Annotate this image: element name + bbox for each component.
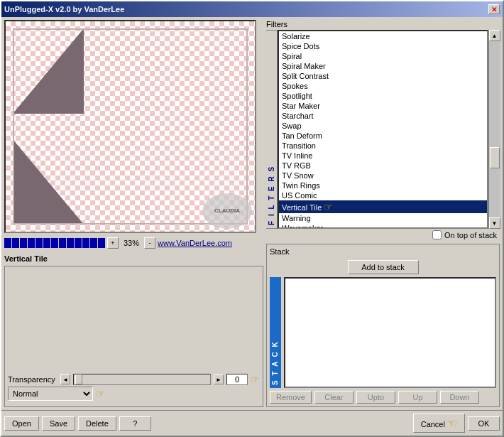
zoom-block-4 bbox=[28, 238, 35, 248]
left-panel: CLAUDIA bbox=[4, 20, 263, 407]
blend-mode-arrow-icon: ☞ bbox=[96, 388, 105, 399]
zoom-bar: + 33% - www.VanDerLee.com bbox=[4, 236, 263, 250]
zoom-block-8 bbox=[59, 238, 66, 248]
on-top-row: On top of stack bbox=[266, 229, 500, 241]
filter-item[interactable]: Spokes bbox=[279, 81, 487, 91]
filter-item[interactable]: Spotlight bbox=[279, 91, 487, 101]
down-button[interactable]: Down bbox=[440, 391, 479, 404]
slider-right-arrow[interactable]: ► bbox=[214, 374, 224, 384]
filter-item[interactable]: Starchart bbox=[279, 111, 487, 121]
open-button[interactable]: Open bbox=[4, 416, 39, 431]
stack-section: Stack Add to stack S T A C K Remove Clea… bbox=[266, 244, 500, 407]
filter-item[interactable]: Swap bbox=[279, 121, 487, 131]
main-content: CLAUDIA bbox=[1, 17, 503, 410]
filter-item[interactable]: Transition bbox=[279, 141, 487, 151]
close-button[interactable]: ✕ bbox=[488, 4, 500, 14]
slider-left-arrow[interactable]: ◄ bbox=[60, 374, 70, 384]
zoom-block-2 bbox=[12, 238, 19, 248]
bottom-buttons: Open Save Delete ? Cancel ☞ OK bbox=[1, 410, 503, 436]
main-window: UnPlugged-X v2.0 by VanDerLee ✕ CLAUDIA bbox=[0, 0, 504, 437]
filter-item[interactable]: US Comic bbox=[279, 190, 487, 200]
filter-item[interactable]: Solarize bbox=[279, 31, 487, 41]
watermark-text: CLAUDIA bbox=[214, 207, 240, 215]
zoom-block-7 bbox=[51, 238, 58, 248]
remove-button[interactable]: Remove bbox=[270, 391, 312, 404]
stack-side-label: S T A C K bbox=[270, 277, 281, 388]
filter-item[interactable]: TV Snow bbox=[279, 171, 487, 180]
zoom-in-button[interactable]: + bbox=[107, 237, 119, 249]
scroll-down-btn[interactable]: ▼ bbox=[489, 217, 500, 229]
stack-list[interactable] bbox=[284, 277, 496, 388]
transparency-slider-thumb[interactable] bbox=[75, 374, 82, 384]
transparency-slider-track[interactable] bbox=[73, 374, 211, 385]
zoom-block-9 bbox=[67, 238, 74, 248]
filters-section-label: Filters bbox=[266, 20, 500, 28]
filter-item[interactable]: Twin Rings bbox=[279, 180, 487, 190]
clear-button[interactable]: Clear bbox=[314, 391, 354, 404]
save-button[interactable]: Save bbox=[42, 416, 75, 431]
zoom-block-12 bbox=[90, 238, 97, 248]
blend-mode-select[interactable]: Normal bbox=[8, 387, 93, 401]
window-title: UnPlugged-X v2.0 by VanDerLee bbox=[4, 5, 124, 14]
active-filter-name: Vertical Tile bbox=[4, 254, 263, 263]
params-panel: Transparency ◄ ► ☞ Normal ☞ bbox=[4, 266, 263, 407]
transparency-label: Transparency bbox=[8, 375, 57, 384]
zoom-block-13 bbox=[98, 238, 105, 248]
cancel-cursor-icon: ☞ bbox=[447, 416, 457, 430]
filter-item[interactable]: TV RGB bbox=[279, 161, 487, 171]
filter-item[interactable]: Wavemaker bbox=[279, 223, 487, 229]
filter-item[interactable]: Warning bbox=[279, 213, 487, 223]
zoom-block-1 bbox=[4, 238, 11, 248]
blend-mode-row: Normal ☞ bbox=[8, 387, 260, 401]
up-button[interactable]: Up bbox=[398, 391, 437, 404]
stack-buttons-row: Remove Clear Upto Up Down bbox=[270, 391, 496, 404]
ok-button[interactable]: OK bbox=[468, 416, 500, 431]
delete-button[interactable]: Delete bbox=[78, 416, 116, 431]
filter-item[interactable]: Split Contrast bbox=[279, 71, 487, 81]
transparency-arrow-icon: ☞ bbox=[251, 374, 260, 385]
add-to-stack-button[interactable]: Add to stack bbox=[348, 260, 419, 274]
filter-item[interactable]: Vertical Tile ☞ bbox=[279, 200, 487, 213]
filter-item[interactable]: Spiral bbox=[279, 51, 487, 61]
filter-item[interactable]: Spiral Maker bbox=[279, 61, 487, 71]
stack-section-label: Stack bbox=[270, 247, 496, 256]
title-bar: UnPlugged-X v2.0 by VanDerLee ✕ bbox=[1, 1, 503, 17]
zoom-block-6 bbox=[43, 238, 50, 248]
on-top-checkbox[interactable] bbox=[432, 230, 442, 239]
zoom-block-10 bbox=[75, 238, 82, 248]
filters-list[interactable]: SolarizeSpice DotsSpiralSpiral MakerSpli… bbox=[278, 30, 488, 229]
watermark: CLAUDIA bbox=[202, 193, 252, 229]
filter-item[interactable]: TV Inline bbox=[279, 151, 487, 161]
transparency-row: Transparency ◄ ► ☞ bbox=[8, 374, 260, 385]
stack-area: S T A C K bbox=[270, 277, 496, 388]
on-top-label: On top of stack bbox=[444, 231, 497, 239]
filter-item[interactable]: Spice Dots bbox=[279, 41, 487, 51]
zoom-block-11 bbox=[82, 238, 89, 248]
cancel-label: Cancel bbox=[421, 420, 445, 428]
preview-area: CLAUDIA bbox=[4, 20, 256, 233]
zoom-out-button[interactable]: - bbox=[144, 237, 155, 249]
filters-container: F I L T E R S SolarizeSpice DotsSpiralSp… bbox=[266, 30, 500, 229]
filters-side-label: F I L T E R S bbox=[266, 30, 278, 229]
zoom-block-5 bbox=[35, 238, 43, 248]
filters-section: Filters F I L T E R S SolarizeSpice Dots… bbox=[266, 20, 500, 241]
filter-item[interactable]: Tan Deform bbox=[279, 131, 487, 141]
scroll-thumb[interactable] bbox=[490, 147, 500, 168]
cancel-button[interactable]: Cancel ☞ bbox=[413, 414, 465, 433]
help-button[interactable]: ? bbox=[119, 416, 151, 431]
scroll-track[interactable] bbox=[489, 41, 500, 217]
preview-border bbox=[13, 28, 248, 225]
filters-scrollbar[interactable]: ▲ ▼ bbox=[488, 30, 500, 229]
website-link[interactable]: www.VanDerLee.com bbox=[158, 239, 232, 247]
zoom-level: 33% bbox=[121, 239, 142, 247]
zoom-block-3 bbox=[20, 238, 27, 248]
transparency-value-input[interactable] bbox=[226, 374, 248, 385]
filter-item[interactable]: Star Maker bbox=[279, 101, 487, 111]
right-panel: Filters F I L T E R S SolarizeSpice Dots… bbox=[266, 20, 500, 407]
zoom-progress-bar bbox=[4, 238, 105, 248]
scroll-up-btn[interactable]: ▲ bbox=[489, 30, 500, 41]
upto-button[interactable]: Upto bbox=[356, 391, 395, 404]
